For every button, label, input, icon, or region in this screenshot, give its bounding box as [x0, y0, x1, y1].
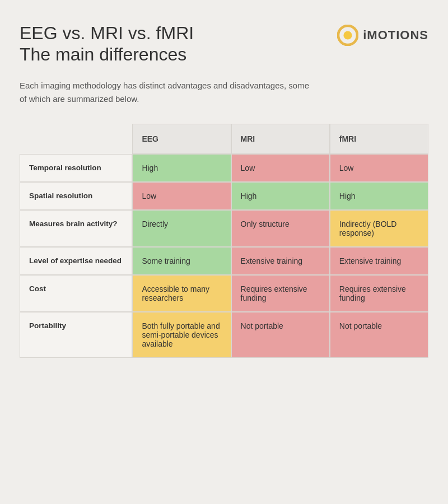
cell-mri-1: High: [231, 182, 330, 210]
page-title: EEG vs. MRI vs. fMRI The main difference…: [20, 22, 194, 66]
svg-point-1: [344, 31, 352, 39]
cell-fmri-3: Extensive training: [330, 247, 428, 275]
table-row: Temporal resolutionHighLowLow: [20, 154, 428, 182]
row-label: Level of expertise needed: [20, 247, 132, 275]
title-block: EEG vs. MRI vs. fMRI The main difference…: [20, 22, 194, 66]
col-header-mri: MRI: [231, 124, 330, 154]
cell-fmri-1: High: [330, 182, 428, 210]
cell-eeg-1: Low: [132, 182, 231, 210]
comparison-table-wrap: EEG MRI fMRI Temporal resolutionHighLowL…: [20, 124, 428, 358]
row-label: Temporal resolution: [20, 154, 132, 182]
cell-eeg-0: High: [132, 154, 231, 182]
cell-fmri-2: Indirectly (BOLD response): [330, 210, 428, 247]
col-header-fmri: fMRI: [330, 124, 428, 154]
table-row: CostAccessible to many researchersRequir…: [20, 275, 428, 312]
row-label: Cost: [20, 275, 132, 312]
row-label: Portability: [20, 312, 132, 358]
table-row: PortabilityBoth fully portable and semi-…: [20, 312, 428, 358]
row-label: Spatial resolution: [20, 182, 132, 210]
table-row: Level of expertise neededSome trainingEx…: [20, 247, 428, 275]
cell-mri-5: Not portable: [231, 312, 330, 358]
cell-eeg-4: Accessible to many researchers: [132, 275, 231, 312]
col-header-eeg: EEG: [132, 124, 231, 154]
cell-fmri-0: Low: [330, 154, 428, 182]
description: Each imaging methodology has distinct ad…: [20, 79, 311, 106]
table-row: Measures brain activity?DirectlyOnly str…: [20, 210, 428, 247]
cell-eeg-2: Directly: [132, 210, 231, 247]
col-header-empty: [20, 124, 132, 154]
cell-fmri-4: Requires extensive funding: [330, 275, 428, 312]
cell-fmri-5: Not portable: [330, 312, 428, 358]
logo-icon: [337, 25, 358, 46]
cell-eeg-5: Both fully portable and semi-portable de…: [132, 312, 231, 358]
cell-eeg-3: Some training: [132, 247, 231, 275]
cell-mri-2: Only structure: [231, 210, 330, 247]
cell-mri-3: Extensive training: [231, 247, 330, 275]
header: EEG vs. MRI vs. fMRI The main difference…: [20, 22, 428, 66]
logo-text: iMOTIONS: [363, 28, 428, 43]
page: EEG vs. MRI vs. fMRI The main difference…: [0, 0, 448, 380]
logo: iMOTIONS: [337, 25, 428, 46]
cell-mri-4: Requires extensive funding: [231, 275, 330, 312]
cell-mri-0: Low: [231, 154, 330, 182]
row-label: Measures brain activity?: [20, 210, 132, 247]
comparison-table: EEG MRI fMRI Temporal resolutionHighLowL…: [20, 124, 428, 358]
table-row: Spatial resolutionLowHighHigh: [20, 182, 428, 210]
